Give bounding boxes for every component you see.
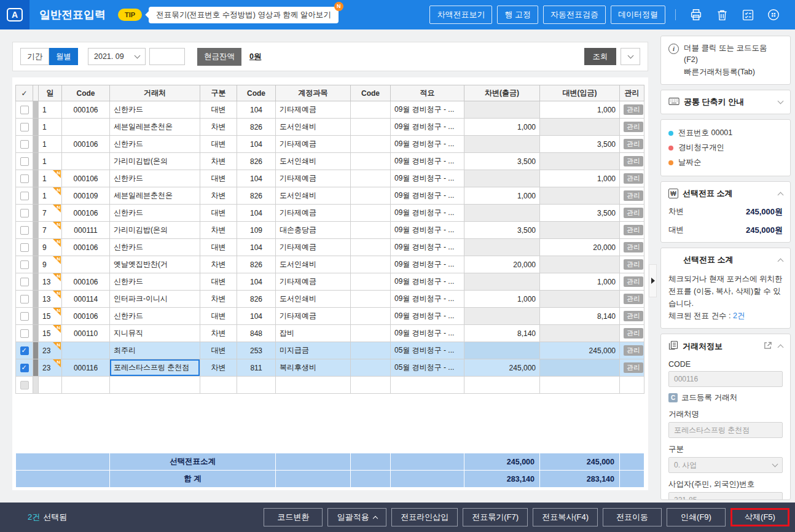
debit-cell[interactable]: 8,140 (464, 325, 540, 342)
account-cell[interactable]: 기타제예금 (276, 308, 351, 325)
credit-cell[interactable] (540, 187, 620, 205)
account-code-cell[interactable]: 109 (237, 222, 276, 239)
memo-cell[interactable]: 09월 경비청구 - ... (391, 325, 464, 342)
row-checkbox[interactable] (20, 260, 29, 269)
chevron-up-icon[interactable] (778, 192, 784, 198)
gubun-cell[interactable]: 차변 (200, 153, 237, 170)
insert-line-button[interactable]: 전표라인삽입 (391, 508, 458, 526)
memo-cell[interactable] (391, 377, 464, 394)
gubun-cell[interactable]: 대변 (200, 205, 237, 222)
manage-cell[interactable]: 관리 (620, 205, 644, 222)
gubun-cell[interactable]: 차변 (200, 291, 237, 308)
day-cell[interactable]: 15N (39, 325, 62, 342)
gubun-cell[interactable]: 차변 (200, 359, 237, 377)
partner-code-cell[interactable]: 000106 (62, 308, 110, 325)
manage-button[interactable]: 관리 (624, 362, 643, 373)
extra-code-cell[interactable] (351, 291, 391, 308)
checked-count-value[interactable]: 2건 (733, 311, 745, 320)
credit-cell[interactable] (540, 377, 620, 394)
account-code-cell[interactable]: 826 (237, 291, 276, 308)
partner-cell[interactable]: 신한카드 (110, 170, 200, 187)
account-code-cell[interactable]: 104 (237, 101, 276, 119)
account-code-cell[interactable] (237, 377, 276, 394)
check-cell[interactable] (16, 205, 33, 222)
partner-cell[interactable]: 포레스타스프링 춘천점 (110, 359, 200, 377)
memo-cell[interactable]: 09월 경비청구 - ... (391, 239, 464, 256)
check-cell[interactable] (16, 291, 33, 308)
partner-code-cell[interactable] (62, 256, 110, 273)
debit-cell[interactable]: 20,000 (464, 256, 540, 273)
row-status-strip[interactable] (33, 291, 39, 308)
gubun-cell[interactable] (200, 377, 237, 394)
extra-code-cell[interactable] (351, 170, 391, 187)
manage-button[interactable]: 관리 (624, 259, 643, 270)
cash-balance-button[interactable]: 현금잔액 (197, 48, 241, 66)
debit-cell[interactable] (464, 170, 540, 187)
partner-cell[interactable]: 세븐일레븐춘천온 (110, 187, 200, 205)
biz-number-field[interactable]: 221-85- (668, 492, 783, 500)
account-code-cell[interactable]: 848 (237, 325, 276, 342)
manage-cell[interactable]: 관리 (620, 222, 644, 239)
debit-cell[interactable]: 3,500 (464, 222, 540, 239)
partner-cell[interactable]: 가리미김밥(온의 (110, 222, 200, 239)
gubun-cell[interactable]: 대변 (200, 101, 237, 119)
check-cell[interactable] (16, 273, 33, 291)
select-all-check-icon[interactable]: ✓ (16, 85, 33, 101)
chevron-up-icon[interactable] (778, 258, 784, 264)
gubun-cell[interactable]: 대변 (200, 308, 237, 325)
manage-cell[interactable]: 관리 (620, 325, 644, 342)
memo-cell[interactable]: 09월 경비청구 - ... (391, 187, 464, 205)
memo-cell[interactable]: 09월 경비청구 - ... (391, 205, 464, 222)
extra-code-cell[interactable] (351, 136, 391, 153)
partner-cell[interactable]: 신한카드 (110, 273, 200, 291)
col-gubun[interactable]: 구분 (200, 85, 237, 101)
check-cell[interactable] (16, 187, 33, 205)
memo-cell[interactable]: 05월 경비청구 - ... (391, 359, 464, 377)
partner-code-cell[interactable] (62, 119, 110, 136)
day-cell[interactable]: 13N (39, 273, 62, 291)
debit-cell[interactable] (464, 136, 540, 153)
manage-cell[interactable]: 관리 (620, 153, 644, 170)
gubun-cell[interactable]: 대변 (200, 239, 237, 256)
manage-cell[interactable]: 관리 (620, 239, 644, 256)
extra-code-cell[interactable] (351, 205, 391, 222)
day-cell[interactable] (39, 377, 62, 394)
account-code-cell[interactable]: 104 (237, 205, 276, 222)
partner-code-cell[interactable]: 000110 (62, 325, 110, 342)
check-cell[interactable] (16, 222, 33, 239)
day-cell[interactable]: 1 (39, 119, 62, 136)
day-cell[interactable]: 23N (39, 359, 62, 377)
copy-voucher-button[interactable]: 전표복사(F4) (533, 508, 598, 526)
credit-cell[interactable] (540, 256, 620, 273)
delete-button[interactable]: 삭제(F5) (730, 508, 789, 526)
row-checkbox[interactable] (20, 346, 29, 355)
credit-cell[interactable] (540, 153, 620, 170)
extra-code-cell[interactable] (351, 239, 391, 256)
credit-cell[interactable]: 3,500 (540, 136, 620, 153)
memo-cell[interactable]: 09월 경비청구 - ... (391, 256, 464, 273)
extra-code-cell[interactable] (351, 187, 391, 205)
month-select[interactable]: 2021. 09 (88, 48, 146, 65)
row-status-strip[interactable] (33, 342, 39, 359)
auto-verify-button[interactable]: 자동전표검증 (543, 6, 606, 24)
partner-code-cell[interactable]: 000106 (62, 170, 110, 187)
extra-code-cell[interactable] (351, 342, 391, 359)
account-cell[interactable]: 기타제예금 (276, 170, 351, 187)
account-cell[interactable]: 도서인쇄비 (276, 119, 351, 136)
debit-cell[interactable]: 1,000 (464, 291, 540, 308)
row-checkbox[interactable] (20, 140, 29, 149)
checklist-icon[interactable] (741, 8, 754, 22)
apps-icon[interactable] (767, 8, 780, 22)
data-sort-button[interactable]: 데이터정렬 (611, 6, 665, 24)
manage-button[interactable]: 관리 (624, 242, 643, 252)
debit-cell[interactable]: 1,000 (464, 119, 540, 136)
row-checkbox[interactable] (20, 209, 29, 217)
debit-cell[interactable] (464, 273, 540, 291)
col-credit[interactable]: 대변(입금) (540, 85, 620, 101)
account-cell[interactable]: 도서인쇄비 (276, 187, 351, 205)
manage-button[interactable]: 관리 (624, 294, 643, 304)
day-cell[interactable]: 23N (39, 342, 62, 359)
col-partner[interactable]: 거래처 (110, 85, 200, 101)
col-code[interactable]: Code (62, 85, 110, 101)
memo-cell[interactable]: 09월 경비청구 - ... (391, 222, 464, 239)
